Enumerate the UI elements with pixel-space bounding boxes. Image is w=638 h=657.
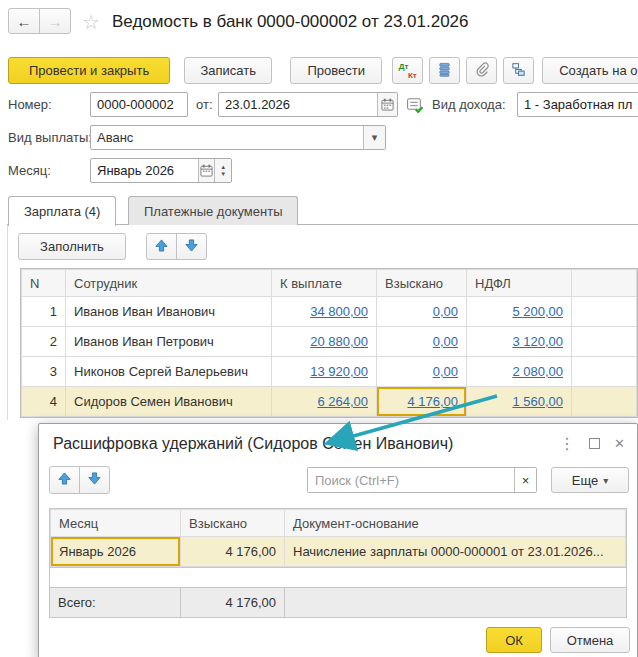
search-field[interactable]: × — [307, 467, 537, 493]
month-field[interactable]: ▲ ▼ — [90, 158, 232, 183]
col-collected[interactable]: Взыскано — [377, 270, 467, 297]
table-row[interactable]: 1 Иванов Иван Иванович 34 800,00 0,00 5 … — [22, 297, 637, 327]
to-pay-link[interactable]: 6 264,00 — [317, 394, 368, 409]
to-pay-link[interactable]: 13 920,00 — [310, 364, 368, 379]
related-documents-icon — [511, 62, 526, 80]
selected-collected-cell[interactable]: 4 176,00 — [377, 387, 467, 417]
number-label: Номер: — [8, 92, 52, 117]
row-number: 3 — [22, 357, 66, 387]
forward-icon: → — [48, 13, 63, 30]
more-button[interactable]: Еще ▾ — [551, 467, 629, 493]
payment-type-label: Вид выплаты: — [8, 125, 92, 150]
to-pay-link[interactable]: 34 800,00 — [310, 304, 368, 319]
dtkt-button[interactable]: ДтКт — [392, 57, 423, 84]
ndfl-link[interactable]: 1 560,00 — [512, 394, 563, 409]
employee-cell[interactable]: Иванов Иван Иванович — [66, 297, 272, 327]
employee-cell[interactable]: Никонов Сергей Валерьевич — [66, 357, 272, 387]
create-based-on-button[interactable]: Создать на о — [542, 57, 638, 84]
collected-link[interactable]: 0,00 — [433, 334, 458, 349]
more-button-label: Еще — [572, 473, 598, 488]
ok-button[interactable]: ОК — [486, 627, 542, 653]
selected-month-cell[interactable]: Январь 2026 — [51, 537, 181, 567]
salary-table: N Сотрудник К выплате Взыскано НДФЛ 1 Ив… — [20, 268, 638, 418]
back-button[interactable]: ← — [8, 8, 40, 34]
dialog-toolbar: × Еще ▾ — [49, 466, 629, 494]
spin-up-icon[interactable]: ▲ — [220, 165, 226, 170]
tab-payment-documents[interactable]: Платежные документы — [128, 196, 298, 225]
salary-table-header[interactable]: N Сотрудник К выплате Взыскано НДФЛ — [22, 270, 637, 297]
empty-cell — [572, 297, 637, 327]
attachments-button[interactable] — [466, 57, 497, 84]
reports-button[interactable] — [429, 57, 460, 84]
income-type-label: Вид дохода: — [432, 92, 506, 117]
empty-cell — [572, 357, 637, 387]
col-month[interactable]: Месяц — [51, 510, 181, 537]
related-documents-button[interactable] — [503, 57, 534, 84]
back-icon: ← — [17, 13, 32, 30]
to-pay-link[interactable]: 20 880,00 — [310, 334, 368, 349]
table-row[interactable]: 3 Никонов Сергей Валерьевич 13 920,00 0,… — [22, 357, 637, 387]
maximize-icon[interactable] — [589, 438, 600, 449]
col-n[interactable]: N — [22, 270, 66, 297]
table-row-selected[interactable]: 4 Сидоров Семен Иванович 6 264,00 4 176,… — [22, 387, 637, 417]
collected-link[interactable]: 0,00 — [433, 364, 458, 379]
comment-icon[interactable] — [406, 96, 423, 116]
income-type-field[interactable] — [517, 92, 638, 117]
col-employee[interactable]: Сотрудник — [66, 270, 272, 297]
ndfl-link[interactable]: 5 200,00 — [512, 304, 563, 319]
totals-row: Всего: 4 176,00 — [49, 587, 627, 618]
post-and-close-button[interactable]: Провести и закрыть — [8, 57, 170, 84]
kebab-menu-icon[interactable]: ⋮ — [559, 434, 575, 453]
dialog-move-up-button[interactable] — [49, 466, 80, 494]
employee-cell[interactable]: Сидоров Семен Иванович — [66, 387, 272, 417]
payment-type-field[interactable]: Аванс ▾ — [90, 125, 386, 150]
employee-cell[interactable]: Иванов Иван Петрович — [66, 327, 272, 357]
date-input[interactable] — [219, 93, 377, 116]
col-ndfl[interactable]: НДФЛ — [467, 270, 572, 297]
move-down-button[interactable] — [176, 233, 207, 260]
dialog-move-group — [49, 466, 110, 494]
withholdings-table-header[interactable]: Месяц Взыскано Документ-основание — [51, 510, 626, 537]
date-field[interactable] — [218, 92, 398, 117]
forward-button[interactable]: → — [39, 8, 71, 34]
number-field[interactable] — [90, 92, 188, 117]
row-number: 4 — [22, 387, 66, 417]
cancel-button[interactable]: Отмена — [550, 627, 630, 653]
ndfl-link[interactable]: 3 120,00 — [512, 334, 563, 349]
table-row-selected[interactable]: Январь 2026 4 176,00 Начисление зарплаты… — [51, 537, 626, 567]
page-title: Ведомость в банк 0000-000002 от 23.01.20… — [112, 12, 469, 32]
col-to-pay[interactable]: К выплате — [272, 270, 377, 297]
calendar-icon[interactable] — [377, 93, 397, 116]
favorite-star-icon[interactable]: ☆ — [82, 10, 100, 34]
base-doc-cell[interactable]: Начисление зарплаты 0000-000001 от 23.01… — [285, 537, 626, 567]
row-number: 2 — [22, 327, 66, 357]
col-collected[interactable]: Взыскано — [181, 510, 285, 537]
post-button[interactable]: Провести — [290, 57, 382, 84]
collected-link[interactable]: 0,00 — [433, 304, 458, 319]
number-input[interactable] — [91, 93, 187, 116]
income-type-input[interactable] — [518, 93, 638, 116]
total-empty — [285, 588, 626, 617]
calendar-icon[interactable] — [198, 159, 215, 182]
close-icon[interactable]: ✕ — [614, 436, 625, 451]
ndfl-link[interactable]: 2 080,00 — [512, 364, 563, 379]
collected-cell[interactable]: 4 176,00 — [181, 537, 285, 567]
month-input[interactable] — [91, 159, 198, 182]
write-button[interactable]: Записать — [184, 57, 272, 84]
month-spinner[interactable]: ▲ ▼ — [214, 159, 231, 182]
month-label: Месяц: — [8, 158, 51, 183]
search-clear-icon[interactable]: × — [514, 468, 536, 492]
tab-salary[interactable]: Зарплата (4) — [8, 196, 116, 226]
dropdown-arrow-icon[interactable]: ▾ — [363, 126, 385, 149]
move-up-button[interactable] — [146, 233, 177, 260]
move-down-icon — [185, 239, 198, 255]
empty-cell — [572, 387, 637, 417]
col-base-doc[interactable]: Документ-основание — [285, 510, 626, 537]
search-input[interactable] — [308, 468, 514, 492]
spin-down-icon[interactable]: ▼ — [220, 172, 226, 177]
table-row[interactable]: 2 Иванов Иван Петрович 20 880,00 0,00 3 … — [22, 327, 637, 357]
table-empty-area[interactable] — [49, 565, 627, 587]
fill-button[interactable]: Заполнить — [18, 233, 126, 260]
history-nav: ← → — [8, 8, 71, 34]
dialog-move-down-button[interactable] — [79, 466, 110, 494]
